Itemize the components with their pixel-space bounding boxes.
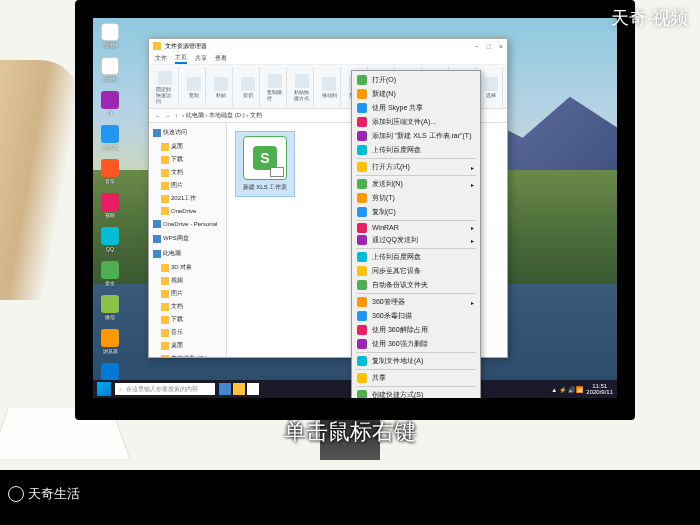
window-title: 文件资源管理器 [165, 42, 207, 51]
sidebar-item[interactable]: 文档 [151, 166, 224, 179]
desktop-icon[interactable]: 文件 [98, 57, 122, 87]
sidebar-item[interactable]: 桌面 [151, 140, 224, 153]
context-menu-item[interactable]: 新建(N) [354, 87, 478, 101]
desktop-icon[interactable]: 浏览器 [98, 329, 122, 359]
ribbon-group[interactable]: 选择 [480, 67, 503, 106]
menu-separator [356, 386, 476, 387]
sidebar-section-header[interactable]: 此电脑 [151, 246, 224, 261]
xls-file-icon: S [243, 136, 287, 180]
taskbar-app-icon[interactable] [247, 383, 259, 395]
taskbar-app-icon[interactable] [219, 383, 231, 395]
context-menu-item[interactable]: 上传到百度网盘 [354, 250, 478, 264]
watermark-bottom-left: 天奇生活 [8, 485, 80, 503]
ribbon-group[interactable]: 复制路径 [264, 67, 287, 106]
ribbon-tab[interactable]: 主页 [175, 53, 187, 64]
context-menu-item[interactable]: 360管理器 [354, 295, 478, 309]
context-menu-item[interactable]: 使用 Skype 共享 [354, 101, 478, 115]
ribbon-group[interactable]: 粘贴快捷方式 [291, 67, 314, 106]
system-tray[interactable]: ▲ ⚡ 🔊 📶 11:51 2020/9/11 [551, 383, 613, 395]
ribbon-tabs: 文件主页共享查看 [149, 53, 507, 65]
context-menu-item[interactable]: 自动备份该文件夹 [354, 278, 478, 292]
desktop-icon[interactable]: 微信 [98, 295, 122, 325]
file-item-selected[interactable]: S 新建 XLS 工作表 [235, 131, 295, 197]
ribbon-tab[interactable]: 查看 [215, 54, 227, 63]
context-menu-item[interactable]: 发送到(N) [354, 177, 478, 191]
sidebar-item[interactable]: 桌面 [151, 339, 224, 352]
monitor-frame: 此电脑回收站Pr浏览器音乐视频QQ安全微信浏览器Edge文件 文件文件 文件资源… [75, 0, 635, 420]
context-menu-item[interactable]: 打开方式(H) [354, 160, 478, 174]
sidebar-item[interactable]: 图片 [151, 179, 224, 192]
close-button[interactable]: × [499, 43, 503, 50]
sidebar-item[interactable]: 音乐 [151, 326, 224, 339]
sidebar-item[interactable]: 视频 [151, 274, 224, 287]
ribbon-tab[interactable]: 文件 [155, 54, 167, 63]
maximize-button[interactable]: □ [487, 43, 491, 50]
tray-icons[interactable]: ▲ ⚡ 🔊 📶 [551, 386, 583, 393]
up-button[interactable]: ↑ [175, 113, 178, 119]
decor-wheat [0, 60, 80, 300]
sidebar-section-header[interactable]: WPS网盘 [151, 231, 224, 246]
context-menu-item[interactable]: 复制(C) [354, 205, 478, 219]
desktop-icons-right: 文件文件 [98, 23, 128, 91]
context-menu-item[interactable]: 创建快捷方式(S) [354, 388, 478, 398]
forward-button[interactable]: → [165, 113, 171, 119]
sidebar-item[interactable]: 本地磁盘 (C:) [151, 352, 224, 357]
menu-separator [356, 293, 476, 294]
context-menu-item[interactable]: 使用 360强力删除 [354, 337, 478, 351]
ribbon-group[interactable]: 移动到 [318, 67, 341, 106]
context-menu-item[interactable]: 添加到 "新建 XLS 工作表.rar"(T) [354, 129, 478, 143]
address-path[interactable]: › 此电脑 › 本地磁盘 (D:) › 文档 [182, 111, 262, 120]
sidebar-item[interactable]: 文档 [151, 300, 224, 313]
back-button[interactable]: ← [155, 113, 161, 119]
sidebar-item[interactable]: 3D 对象 [151, 261, 224, 274]
menu-separator [356, 175, 476, 176]
context-menu-item[interactable]: WinRAR [354, 222, 478, 233]
context-menu-item[interactable]: 复制文件地址(A) [354, 354, 478, 368]
context-menu-item[interactable]: 共享 [354, 371, 478, 385]
context-menu-item[interactable]: 打开(O) [354, 73, 478, 87]
minimize-button[interactable]: − [475, 43, 479, 50]
menu-separator [356, 248, 476, 249]
menu-separator [356, 352, 476, 353]
context-menu-item[interactable]: 剪切(T) [354, 191, 478, 205]
context-menu-item[interactable]: 使用 360解除占用 [354, 323, 478, 337]
menu-separator [356, 158, 476, 159]
desktop-icon[interactable]: QQ [98, 227, 122, 257]
sidebar-section-header[interactable]: OneDrive - Personal [151, 217, 224, 231]
menu-separator [356, 220, 476, 221]
sidebar-section-header[interactable]: 快速访问 [151, 125, 224, 140]
right-click-context-menu[interactable]: 打开(O)新建(N)使用 Skype 共享添加到压缩文件(A)...添加到 "新… [351, 70, 481, 398]
context-menu-item[interactable]: 360杀毒扫描 [354, 309, 478, 323]
search-icon: ⌕ [119, 386, 123, 392]
desktop-icon[interactable]: 浏览器 [98, 125, 122, 155]
search-placeholder: 在这里输入你要搜索的内容 [126, 385, 198, 394]
desktop-icon[interactable]: 视频 [98, 193, 122, 223]
menu-separator [356, 369, 476, 370]
desktop-icon[interactable]: 音乐 [98, 159, 122, 189]
ribbon-group[interactable]: 复制 [183, 67, 206, 106]
navigation-sidebar[interactable]: 快速访问桌面下载文档图片2021工作OneDriveOneDrive - Per… [149, 123, 227, 357]
context-menu-item[interactable]: 通过QQ发送到 [354, 233, 478, 247]
taskbar-app-icon[interactable] [233, 383, 245, 395]
desktop-icon[interactable]: 文件 [98, 23, 122, 53]
ribbon-group[interactable]: 粘贴 [210, 67, 233, 106]
desktop-icon[interactable]: Pr [98, 91, 122, 121]
context-menu-item[interactable]: 添加到压缩文件(A)... [354, 115, 478, 129]
desktop-icon[interactable]: 安全 [98, 261, 122, 291]
taskbar-search[interactable]: ⌕ 在这里输入你要搜索的内容 [115, 383, 215, 395]
sidebar-item[interactable]: 下载 [151, 313, 224, 326]
context-menu-item[interactable]: 上传到百度网盘 [354, 143, 478, 157]
sidebar-item[interactable]: 下载 [151, 153, 224, 166]
start-button[interactable] [97, 382, 111, 396]
taskbar-pinned [219, 383, 259, 395]
sidebar-item[interactable]: 图片 [151, 287, 224, 300]
context-menu-item[interactable]: 同步至其它设备 [354, 264, 478, 278]
desktop-screen: 此电脑回收站Pr浏览器音乐视频QQ安全微信浏览器Edge文件 文件文件 文件资源… [93, 18, 617, 398]
ribbon-tab[interactable]: 共享 [195, 54, 207, 63]
sidebar-item[interactable]: 2021工作 [151, 192, 224, 205]
ribbon-group[interactable]: 固定到快速访问 [153, 67, 179, 106]
titlebar[interactable]: 文件资源管理器 − □ × [149, 39, 507, 53]
sidebar-item[interactable]: OneDrive [151, 205, 224, 217]
video-subtitle: 单击鼠标右键 [284, 417, 416, 447]
ribbon-group[interactable]: 剪切 [237, 67, 260, 106]
